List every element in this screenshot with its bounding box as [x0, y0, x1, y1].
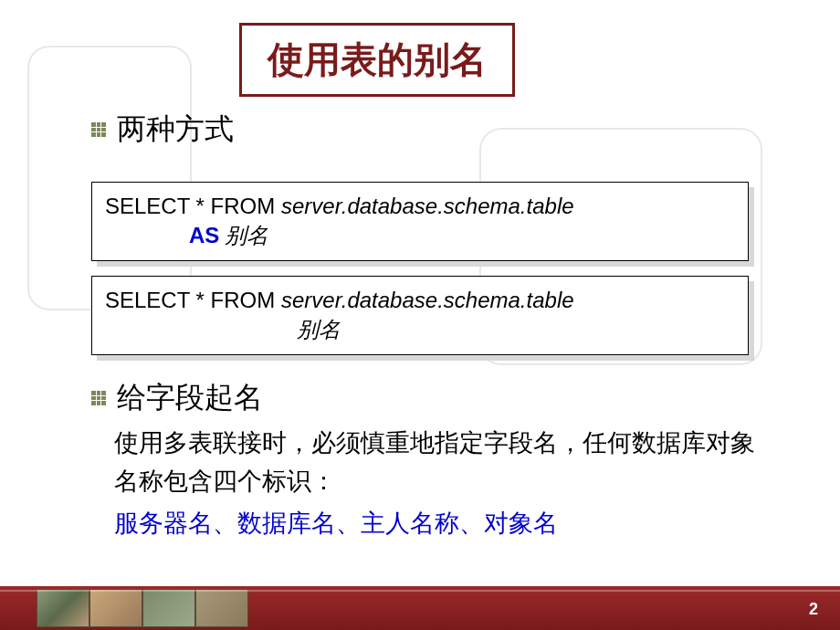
background-decoration-left	[27, 46, 192, 310]
sql-alias: 别名	[297, 318, 341, 341]
sql-keyword-as: AS	[189, 223, 219, 247]
sql-select-from: SELECT * FROM	[105, 194, 281, 218]
footer-thumbnail	[142, 589, 195, 627]
slide-title: 使用表的别名	[268, 39, 487, 79]
bullet-grid-icon	[91, 391, 106, 405]
footer-thumbnails	[37, 586, 248, 630]
bullet-text-1: 两种方式	[117, 110, 234, 150]
description-text: 使用多表联接时，必须慎重地指定字段名，任何数据库对象名称包含四个标识：	[114, 425, 772, 501]
bullet-text-2: 给字段起名	[117, 378, 263, 418]
sql-path: server.database.schema.table	[281, 288, 574, 312]
identifiers-list: 服务器名、数据库名、主人名称、对象名	[114, 507, 558, 540]
slide-footer: 2	[0, 586, 840, 630]
sql-path: server.database.schema.table	[281, 194, 574, 218]
bullet-grid-icon	[91, 122, 106, 137]
sql-select-from: SELECT * FROM	[105, 288, 281, 312]
footer-thumbnail	[195, 589, 248, 627]
footer-thumbnail	[89, 589, 142, 627]
page-number: 2	[809, 600, 818, 619]
footer-thumbnail	[37, 589, 89, 627]
sql-alias: 别名	[219, 224, 268, 247]
slide-title-box: 使用表的别名	[239, 23, 515, 97]
code-example-1: SELECT * FROM server.database.schema.tab…	[91, 182, 749, 261]
bullet-item-1: 两种方式	[91, 110, 234, 150]
bullet-item-2: 给字段起名	[91, 378, 263, 418]
code-example-2: SELECT * FROM server.database.schema.tab…	[91, 276, 749, 355]
